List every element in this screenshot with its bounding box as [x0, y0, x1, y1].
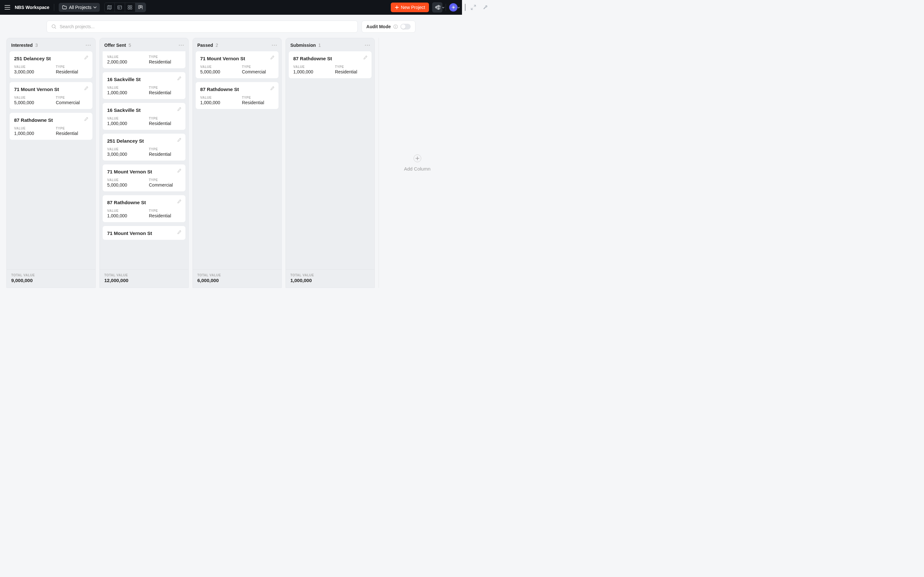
- view-table-button[interactable]: [115, 3, 125, 12]
- value-label: VALUE: [200, 65, 229, 69]
- edit-card-icon[interactable]: [84, 117, 89, 121]
- edit-card-icon[interactable]: [177, 199, 182, 204]
- layers-button[interactable]: [435, 3, 446, 11]
- card-value: 1,000,000: [200, 100, 229, 105]
- edit-card-icon[interactable]: [270, 55, 275, 60]
- audit-mode-toggle[interactable]: [401, 24, 411, 29]
- edit-card-icon[interactable]: [177, 107, 182, 111]
- settings-button[interactable]: [450, 3, 461, 11]
- kanban-column: Passed 2 71 Mount Vernon St VALUE5,000,0…: [192, 38, 282, 288]
- project-card[interactable]: 71 Mount Vernon St VALUE5,000,000 TYPECo…: [102, 164, 186, 192]
- project-card[interactable]: 87 Rathdowne St VALUE1,000,000 TYPEResid…: [102, 195, 186, 222]
- svg-rect-6: [140, 5, 142, 8]
- column-body: 87 Rathdowne St VALUE1,000,000 TYPEResid…: [286, 51, 375, 269]
- project-card[interactable]: 87 Rathdowne St VALUE1,000,000 TYPEResid…: [288, 51, 372, 79]
- workspace-title: NBS Workspace: [15, 5, 49, 10]
- project-card[interactable]: 16 Sackville St VALUE1,000,000 TYPEResid…: [102, 72, 186, 99]
- edit-card-icon[interactable]: [177, 168, 182, 173]
- column-title: Interested: [11, 43, 33, 48]
- card-title: 251 Delancey St: [14, 56, 88, 61]
- add-column-button[interactable]: [414, 155, 421, 162]
- card-title: 87 Rathdowne St: [14, 117, 88, 123]
- svg-point-21: [274, 45, 275, 46]
- svg-point-14: [86, 45, 87, 46]
- edit-card-icon[interactable]: [363, 55, 368, 60]
- card-title: 16 Sackville St: [107, 77, 181, 82]
- card-value: 1,000,000: [107, 90, 136, 95]
- card-value: 1,000,000: [107, 213, 136, 218]
- project-card[interactable]: 71 Mount Vernon St: [102, 226, 186, 240]
- layers-icon: [436, 5, 441, 10]
- view-kanban-button[interactable]: [136, 3, 145, 12]
- edit-card-icon[interactable]: [270, 86, 275, 91]
- total-value-label: TOTAL VALUE: [11, 274, 91, 277]
- edit-card-icon[interactable]: [177, 137, 182, 142]
- edit-card-icon[interactable]: [84, 55, 89, 60]
- type-label: TYPE: [149, 147, 178, 151]
- search-wrapper[interactable]: [47, 21, 358, 33]
- chevron-down-icon: [94, 6, 97, 8]
- value-label: VALUE: [14, 96, 43, 99]
- hamburger-menu-icon[interactable]: [5, 5, 10, 10]
- edit-card-icon[interactable]: [177, 230, 182, 235]
- card-type: Commercial: [149, 182, 178, 187]
- column-title: Passed: [197, 43, 213, 48]
- svg-point-8: [453, 7, 455, 8]
- column-menu-icon[interactable]: [179, 45, 184, 46]
- kanban-column: Offer Sent 5 VALUE2,000,000 TYPEResident…: [99, 38, 189, 288]
- column-header: Interested 3: [7, 38, 95, 51]
- info-icon[interactable]: [393, 24, 398, 29]
- value-label: VALUE: [107, 55, 136, 59]
- card-type: Residential: [149, 121, 178, 126]
- view-map-button[interactable]: [105, 3, 115, 12]
- column-menu-icon[interactable]: [365, 45, 370, 46]
- card-title: 71 Mount Vernon St: [107, 169, 181, 174]
- project-card[interactable]: 71 Mount Vernon St VALUE5,000,000 TYPECo…: [9, 82, 93, 109]
- project-card[interactable]: VALUE2,000,000 TYPEResidential: [102, 51, 186, 69]
- card-title: 71 Mount Vernon St: [107, 230, 181, 236]
- column-count: 1: [318, 43, 321, 48]
- value-label: VALUE: [107, 209, 136, 213]
- card-type: Residential: [242, 100, 271, 105]
- value-label: VALUE: [107, 178, 136, 182]
- column-title: Offer Sent: [104, 43, 126, 48]
- card-value: 5,000,000: [200, 69, 229, 74]
- project-card[interactable]: 71 Mount Vernon St VALUE5,000,000 TYPECo…: [195, 51, 279, 79]
- kanban-board: Interested 3 251 Delancey St VALUE3,000,…: [0, 36, 462, 288]
- card-type: Residential: [149, 152, 178, 157]
- type-label: TYPE: [242, 65, 271, 69]
- new-project-button[interactable]: New Project: [391, 3, 429, 12]
- edit-card-icon[interactable]: [177, 76, 182, 81]
- search-input[interactable]: [60, 24, 353, 29]
- edit-card-icon[interactable]: [84, 86, 89, 91]
- column-menu-icon[interactable]: [272, 45, 277, 46]
- project-card[interactable]: 251 Delancey St VALUE3,000,000 TYPEResid…: [102, 133, 186, 161]
- grid-icon: [128, 5, 132, 10]
- plus-icon: [415, 156, 419, 160]
- new-project-label: New Project: [401, 5, 425, 10]
- total-value: 12,000,000: [104, 277, 184, 283]
- svg-rect-3: [128, 8, 129, 9]
- total-value: 1,000,000: [290, 277, 370, 283]
- column-title: Submission: [290, 43, 316, 48]
- project-card[interactable]: 251 Delancey St VALUE3,000,000 TYPEResid…: [9, 51, 93, 79]
- value-label: VALUE: [293, 65, 322, 69]
- column-count: 3: [35, 43, 38, 48]
- view-toggle-group: [104, 3, 146, 12]
- card-type: Residential: [149, 59, 178, 64]
- column-body: 251 Delancey St VALUE3,000,000 TYPEResid…: [7, 51, 95, 269]
- project-card[interactable]: 87 Rathdowne St VALUE1,000,000 TYPEResid…: [195, 82, 279, 109]
- column-header: Submission 1: [286, 38, 375, 51]
- svg-point-20: [272, 45, 273, 46]
- column-footer: TOTAL VALUE 6,000,000: [193, 269, 281, 287]
- type-label: TYPE: [56, 127, 85, 130]
- column-menu-icon[interactable]: [86, 45, 91, 46]
- project-card[interactable]: 87 Rathdowne St VALUE1,000,000 TYPEResid…: [9, 113, 93, 140]
- svg-rect-4: [130, 8, 132, 9]
- view-grid-button[interactable]: [125, 3, 136, 12]
- project-card[interactable]: 16 Sackville St VALUE1,000,000 TYPEResid…: [102, 103, 186, 130]
- add-column-zone: Add Column: [379, 38, 456, 288]
- projects-dropdown[interactable]: All Projects: [59, 3, 100, 12]
- svg-point-18: [181, 45, 182, 46]
- card-value: 2,000,000: [107, 59, 136, 64]
